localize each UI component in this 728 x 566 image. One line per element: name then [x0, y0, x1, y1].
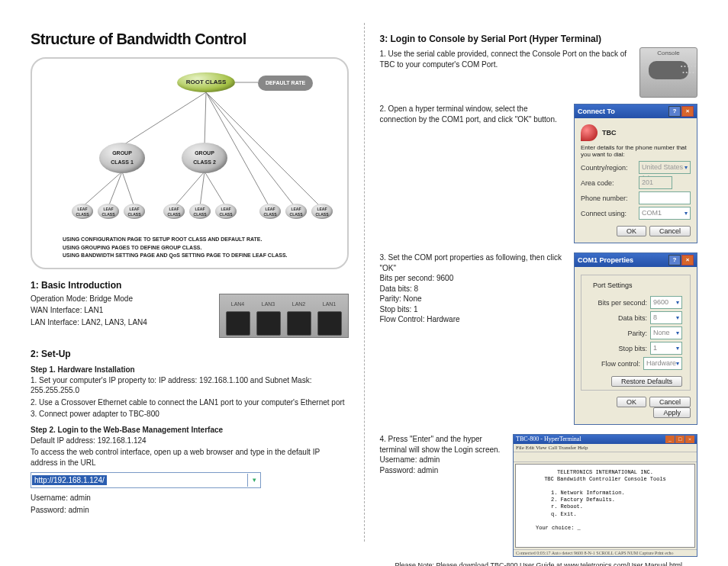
leaf-node: LEAFCLASS — [189, 204, 211, 219]
svg-line-6 — [82, 172, 122, 207]
group-class-2-node: GROUPCLASS 2 — [182, 143, 227, 173]
connect-using-select[interactable]: COM1 — [639, 207, 691, 220]
term-menubar[interactable]: File Edit View Call Transfer Help — [514, 444, 697, 452]
url-combobox[interactable]: http://192.168.1.124/▾ — [31, 472, 349, 488]
username-line: Username: admin — [31, 493, 349, 503]
flowcontrol-select[interactable]: Hardware — [643, 357, 682, 370]
hyperterminal-window: TBC-800 - HyperTerminal_□× File Edit Vie… — [513, 434, 697, 557]
svg-line-7 — [108, 172, 122, 207]
lan-ports-image — [219, 294, 349, 338]
svg-line-10 — [200, 172, 205, 207]
help-icon[interactable]: ? — [668, 255, 681, 265]
page-title: Structure of Bandwidth Control — [31, 31, 349, 48]
password-line: Password: admin — [31, 505, 349, 516]
term-statusbar: Connected 0:03:17 Auto detect 9600 8-N-1… — [514, 549, 697, 556]
leaf-node: LEAFCLASS — [98, 204, 119, 219]
console-port-image: Console — [639, 47, 697, 98]
com1-properties-dialog: COM1 Properties?× Port Settings Bits per… — [574, 252, 697, 425]
country-select[interactable]: United States (1) — [639, 161, 691, 174]
lan3-port — [256, 311, 281, 336]
area-code-field[interactable]: 201 — [639, 176, 672, 189]
leaf-node: LEAFCLASS — [259, 204, 281, 219]
leaf-node: LEAFCLASS — [124, 204, 145, 219]
close-icon[interactable]: × — [685, 436, 694, 443]
help-icon[interactable]: ? — [668, 106, 681, 117]
leaf-node: LEAFCLASS — [285, 204, 307, 219]
step1-head: Step 1. Hardware Installation — [31, 365, 349, 374]
term-toolbar[interactable] — [514, 452, 697, 462]
bandwidth-diagram: ROOT CLASS DEFAULT RATE GROUPCLASS 1 GRO… — [31, 57, 349, 269]
root-class-node: ROOT CLASS — [177, 72, 235, 92]
minimize-icon[interactable]: _ — [665, 436, 675, 443]
maximize-icon[interactable]: □ — [675, 436, 685, 443]
svg-line-9 — [174, 172, 205, 207]
default-rate-node: DEFAULT RATE — [258, 76, 313, 91]
step2-head: Step 2. Login to the Web-Base Management… — [31, 426, 349, 434]
leaf-node: LEAFCLASS — [163, 204, 185, 219]
databits-select[interactable]: 8 — [650, 311, 682, 324]
svg-line-2 — [205, 92, 206, 146]
parity-select[interactable]: None — [650, 326, 682, 339]
bps-select[interactable]: 9600 — [650, 296, 682, 309]
lan4-port — [226, 311, 250, 336]
stopbits-select[interactable]: 1 — [650, 342, 682, 355]
dropdown-arrow-icon[interactable]: ▾ — [247, 474, 260, 487]
svg-line-11 — [205, 172, 226, 207]
cancel-button[interactable]: Cancel — [649, 226, 691, 236]
cancel-button[interactable]: Cancel — [649, 397, 691, 407]
section-1-head: 1: Basic Introduction — [31, 280, 349, 291]
lan1-port — [317, 311, 342, 336]
close-icon[interactable]: × — [681, 255, 694, 265]
section-3-head: 3: Login to Console by Serial Port (Hype… — [380, 34, 698, 44]
footer: Please Note: Please download TBC-800 Use… — [380, 561, 698, 566]
svg-line-1 — [122, 92, 206, 146]
connect-to-dialog: Connect To?× TBC Enter details for the p… — [574, 104, 697, 243]
apply-button[interactable]: Apply — [653, 407, 691, 418]
lan2-port — [287, 311, 311, 336]
close-icon[interactable]: × — [681, 106, 694, 117]
diagram-notes: USING CONFIGURATION PAGE TO SETUP ROOT C… — [63, 236, 340, 260]
phone-field[interactable] — [639, 191, 691, 204]
restore-defaults-button[interactable]: Restore Defaults — [611, 376, 682, 387]
leaf-node: LEAFCLASS — [311, 204, 333, 219]
ok-button[interactable]: OK — [617, 226, 646, 236]
term-output: TELETRONICS INTERNATIONAL INC. TBC Bandw… — [515, 464, 695, 548]
group-class-1-node: GROUPCLASS 1 — [99, 143, 145, 173]
leaf-node: LEAFCLASS — [215, 204, 237, 219]
ok-button[interactable]: OK — [617, 397, 646, 407]
leaf-node: LEAFCLASS — [72, 204, 93, 219]
section-2-head: 2: Set-Up — [31, 349, 349, 359]
phone-icon — [581, 124, 598, 141]
svg-line-8 — [122, 172, 134, 207]
